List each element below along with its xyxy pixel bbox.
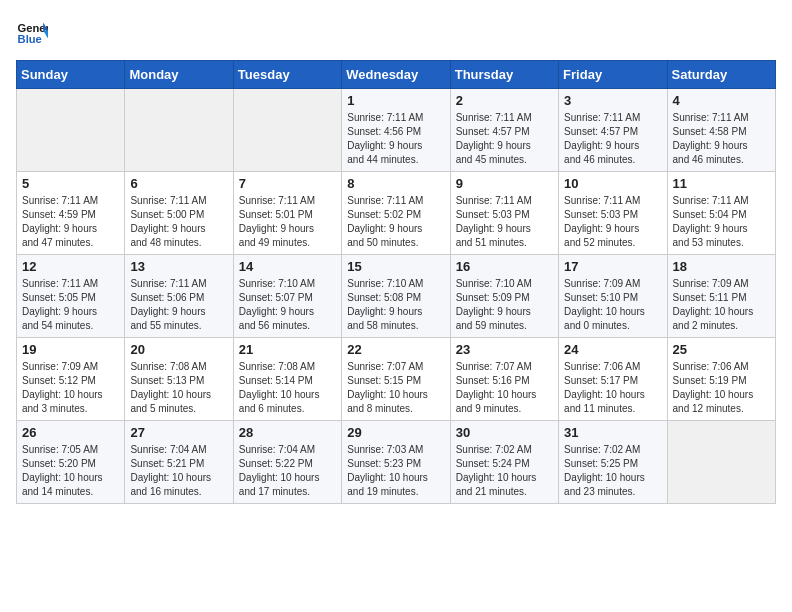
calendar-day-cell: 18Sunrise: 7:09 AM Sunset: 5:11 PM Dayli… [667, 255, 775, 338]
day-info: Sunrise: 7:11 AM Sunset: 4:56 PM Dayligh… [347, 111, 444, 167]
day-info: Sunrise: 7:11 AM Sunset: 5:02 PM Dayligh… [347, 194, 444, 250]
day-info: Sunrise: 7:11 AM Sunset: 5:05 PM Dayligh… [22, 277, 119, 333]
day-info: Sunrise: 7:10 AM Sunset: 5:09 PM Dayligh… [456, 277, 553, 333]
svg-marker-3 [43, 30, 48, 38]
calendar-day-cell [667, 421, 775, 504]
calendar-day-cell: 8Sunrise: 7:11 AM Sunset: 5:02 PM Daylig… [342, 172, 450, 255]
day-info: Sunrise: 7:11 AM Sunset: 4:57 PM Dayligh… [564, 111, 661, 167]
logo-icon: General Blue [16, 16, 48, 48]
day-number: 31 [564, 425, 661, 440]
calendar-day-cell [17, 89, 125, 172]
calendar-day-cell: 24Sunrise: 7:06 AM Sunset: 5:17 PM Dayli… [559, 338, 667, 421]
calendar-day-cell: 23Sunrise: 7:07 AM Sunset: 5:16 PM Dayli… [450, 338, 558, 421]
calendar-week-row: 26Sunrise: 7:05 AM Sunset: 5:20 PM Dayli… [17, 421, 776, 504]
svg-text:Blue: Blue [18, 33, 42, 45]
calendar-day-cell: 6Sunrise: 7:11 AM Sunset: 5:00 PM Daylig… [125, 172, 233, 255]
day-info: Sunrise: 7:03 AM Sunset: 5:23 PM Dayligh… [347, 443, 444, 499]
day-number: 7 [239, 176, 336, 191]
day-info: Sunrise: 7:04 AM Sunset: 5:21 PM Dayligh… [130, 443, 227, 499]
calendar-day-cell: 27Sunrise: 7:04 AM Sunset: 5:21 PM Dayli… [125, 421, 233, 504]
day-number: 25 [673, 342, 770, 357]
calendar-table: SundayMondayTuesdayWednesdayThursdayFrid… [16, 60, 776, 504]
day-of-week-header: Wednesday [342, 61, 450, 89]
day-number: 5 [22, 176, 119, 191]
calendar-day-cell [233, 89, 341, 172]
calendar-day-cell: 25Sunrise: 7:06 AM Sunset: 5:19 PM Dayli… [667, 338, 775, 421]
day-number: 12 [22, 259, 119, 274]
day-info: Sunrise: 7:05 AM Sunset: 5:20 PM Dayligh… [22, 443, 119, 499]
day-info: Sunrise: 7:11 AM Sunset: 4:58 PM Dayligh… [673, 111, 770, 167]
calendar-week-row: 19Sunrise: 7:09 AM Sunset: 5:12 PM Dayli… [17, 338, 776, 421]
calendar-day-cell: 2Sunrise: 7:11 AM Sunset: 4:57 PM Daylig… [450, 89, 558, 172]
day-number: 6 [130, 176, 227, 191]
calendar-week-row: 12Sunrise: 7:11 AM Sunset: 5:05 PM Dayli… [17, 255, 776, 338]
day-of-week-header: Sunday [17, 61, 125, 89]
calendar-day-cell: 29Sunrise: 7:03 AM Sunset: 5:23 PM Dayli… [342, 421, 450, 504]
day-number: 18 [673, 259, 770, 274]
day-number: 14 [239, 259, 336, 274]
calendar-week-row: 5Sunrise: 7:11 AM Sunset: 4:59 PM Daylig… [17, 172, 776, 255]
page-header: General Blue [16, 16, 776, 48]
calendar-day-cell: 10Sunrise: 7:11 AM Sunset: 5:03 PM Dayli… [559, 172, 667, 255]
calendar-week-row: 1Sunrise: 7:11 AM Sunset: 4:56 PM Daylig… [17, 89, 776, 172]
day-info: Sunrise: 7:07 AM Sunset: 5:16 PM Dayligh… [456, 360, 553, 416]
calendar-day-cell: 3Sunrise: 7:11 AM Sunset: 4:57 PM Daylig… [559, 89, 667, 172]
day-info: Sunrise: 7:07 AM Sunset: 5:15 PM Dayligh… [347, 360, 444, 416]
calendar-day-cell: 5Sunrise: 7:11 AM Sunset: 4:59 PM Daylig… [17, 172, 125, 255]
day-info: Sunrise: 7:11 AM Sunset: 4:59 PM Dayligh… [22, 194, 119, 250]
day-info: Sunrise: 7:09 AM Sunset: 5:11 PM Dayligh… [673, 277, 770, 333]
day-info: Sunrise: 7:02 AM Sunset: 5:24 PM Dayligh… [456, 443, 553, 499]
calendar-day-cell: 31Sunrise: 7:02 AM Sunset: 5:25 PM Dayli… [559, 421, 667, 504]
day-info: Sunrise: 7:06 AM Sunset: 5:17 PM Dayligh… [564, 360, 661, 416]
day-info: Sunrise: 7:10 AM Sunset: 5:07 PM Dayligh… [239, 277, 336, 333]
calendar-day-cell: 7Sunrise: 7:11 AM Sunset: 5:01 PM Daylig… [233, 172, 341, 255]
day-number: 1 [347, 93, 444, 108]
day-number: 24 [564, 342, 661, 357]
day-info: Sunrise: 7:02 AM Sunset: 5:25 PM Dayligh… [564, 443, 661, 499]
day-number: 15 [347, 259, 444, 274]
day-info: Sunrise: 7:11 AM Sunset: 5:03 PM Dayligh… [456, 194, 553, 250]
calendar-day-cell: 11Sunrise: 7:11 AM Sunset: 5:04 PM Dayli… [667, 172, 775, 255]
day-number: 2 [456, 93, 553, 108]
day-number: 28 [239, 425, 336, 440]
day-info: Sunrise: 7:09 AM Sunset: 5:12 PM Dayligh… [22, 360, 119, 416]
calendar-day-cell: 12Sunrise: 7:11 AM Sunset: 5:05 PM Dayli… [17, 255, 125, 338]
calendar-day-cell: 30Sunrise: 7:02 AM Sunset: 5:24 PM Dayli… [450, 421, 558, 504]
day-number: 17 [564, 259, 661, 274]
day-number: 11 [673, 176, 770, 191]
day-number: 4 [673, 93, 770, 108]
day-number: 30 [456, 425, 553, 440]
calendar-day-cell: 14Sunrise: 7:10 AM Sunset: 5:07 PM Dayli… [233, 255, 341, 338]
calendar-day-cell: 22Sunrise: 7:07 AM Sunset: 5:15 PM Dayli… [342, 338, 450, 421]
day-number: 13 [130, 259, 227, 274]
calendar-day-cell: 16Sunrise: 7:10 AM Sunset: 5:09 PM Dayli… [450, 255, 558, 338]
day-number: 16 [456, 259, 553, 274]
day-info: Sunrise: 7:11 AM Sunset: 5:03 PM Dayligh… [564, 194, 661, 250]
day-number: 19 [22, 342, 119, 357]
day-number: 10 [564, 176, 661, 191]
day-info: Sunrise: 7:11 AM Sunset: 5:06 PM Dayligh… [130, 277, 227, 333]
logo: General Blue [16, 16, 52, 48]
day-of-week-header: Friday [559, 61, 667, 89]
day-info: Sunrise: 7:09 AM Sunset: 5:10 PM Dayligh… [564, 277, 661, 333]
calendar-day-cell: 26Sunrise: 7:05 AM Sunset: 5:20 PM Dayli… [17, 421, 125, 504]
day-number: 27 [130, 425, 227, 440]
day-of-week-header: Saturday [667, 61, 775, 89]
day-of-week-header: Thursday [450, 61, 558, 89]
day-info: Sunrise: 7:08 AM Sunset: 5:13 PM Dayligh… [130, 360, 227, 416]
calendar-day-cell: 28Sunrise: 7:04 AM Sunset: 5:22 PM Dayli… [233, 421, 341, 504]
day-number: 29 [347, 425, 444, 440]
day-info: Sunrise: 7:11 AM Sunset: 5:01 PM Dayligh… [239, 194, 336, 250]
calendar-day-cell: 20Sunrise: 7:08 AM Sunset: 5:13 PM Dayli… [125, 338, 233, 421]
day-number: 21 [239, 342, 336, 357]
day-of-week-header: Tuesday [233, 61, 341, 89]
day-number: 20 [130, 342, 227, 357]
day-number: 23 [456, 342, 553, 357]
calendar-day-cell: 4Sunrise: 7:11 AM Sunset: 4:58 PM Daylig… [667, 89, 775, 172]
day-info: Sunrise: 7:11 AM Sunset: 5:00 PM Dayligh… [130, 194, 227, 250]
calendar-day-cell: 1Sunrise: 7:11 AM Sunset: 4:56 PM Daylig… [342, 89, 450, 172]
day-info: Sunrise: 7:06 AM Sunset: 5:19 PM Dayligh… [673, 360, 770, 416]
day-info: Sunrise: 7:11 AM Sunset: 4:57 PM Dayligh… [456, 111, 553, 167]
day-info: Sunrise: 7:04 AM Sunset: 5:22 PM Dayligh… [239, 443, 336, 499]
day-number: 8 [347, 176, 444, 191]
